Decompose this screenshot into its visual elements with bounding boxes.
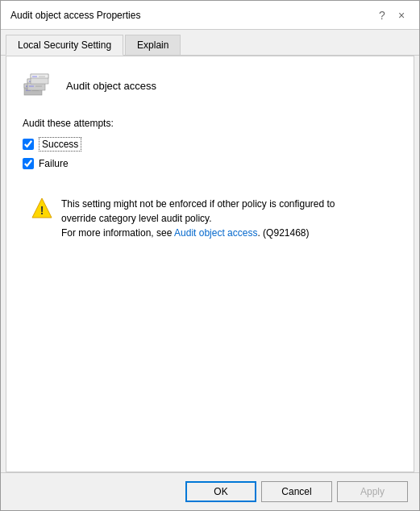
- success-checkbox-item[interactable]: Success: [23, 137, 397, 152]
- warning-icon: !: [31, 197, 53, 219]
- section-label: Audit these attempts:: [23, 118, 397, 129]
- tab-content: Audit object access Audit these attempts…: [6, 56, 414, 472]
- failure-checkbox-item[interactable]: Failure: [23, 158, 397, 169]
- tab-local-security-setting[interactable]: Local Security Setting: [6, 35, 123, 56]
- help-button[interactable]: ?: [374, 7, 390, 23]
- warning-line1: This setting might not be enforced if ot…: [61, 198, 335, 210]
- svg-rect-15: [39, 77, 45, 77]
- warning-line2: override category level audit policy.: [61, 213, 212, 224]
- ok-button[interactable]: OK: [185, 481, 256, 502]
- checkbox-group: Success Failure: [23, 137, 397, 169]
- window-title: Audit object access Properties: [10, 10, 140, 21]
- content-header: Audit object access: [23, 69, 397, 102]
- tab-explain[interactable]: Explain: [125, 35, 181, 55]
- cancel-button[interactable]: Cancel: [261, 481, 332, 502]
- title-bar: Audit object access Properties ? ×: [1, 1, 419, 30]
- failure-label: Failure: [39, 158, 69, 169]
- warning-message: This setting might not be enforced if ot…: [61, 197, 335, 240]
- success-label: Success: [39, 137, 81, 152]
- title-controls: ? ×: [374, 7, 410, 23]
- svg-rect-11: [35, 86, 42, 87]
- warning-link[interactable]: Audit object access: [174, 227, 257, 239]
- svg-rect-10: [29, 85, 34, 87]
- apply-button[interactable]: Apply: [337, 481, 408, 502]
- failure-checkbox[interactable]: [23, 158, 34, 169]
- success-checkbox[interactable]: [23, 139, 34, 150]
- footer: OK Cancel Apply: [1, 472, 419, 510]
- properties-window: Audit object access Properties ? × Local…: [0, 0, 420, 511]
- warning-suffix: . (Q921468): [257, 227, 309, 239]
- audit-icon: [23, 69, 55, 102]
- content-heading: Audit object access: [66, 80, 156, 92]
- svg-text:!: !: [40, 204, 44, 217]
- warning-line3: For more information, see: [61, 227, 174, 239]
- svg-rect-14: [32, 76, 37, 77]
- close-button[interactable]: ×: [393, 7, 410, 23]
- tab-bar: Local Security Setting Explain: [1, 30, 419, 56]
- warning-box: ! This setting might not be enforced if …: [23, 189, 397, 248]
